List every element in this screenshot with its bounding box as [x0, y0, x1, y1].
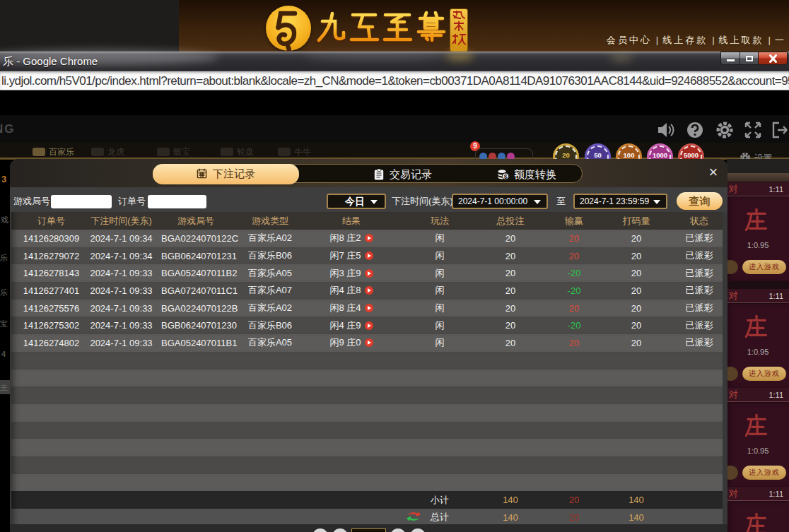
svg-text:$: $ — [504, 173, 508, 180]
